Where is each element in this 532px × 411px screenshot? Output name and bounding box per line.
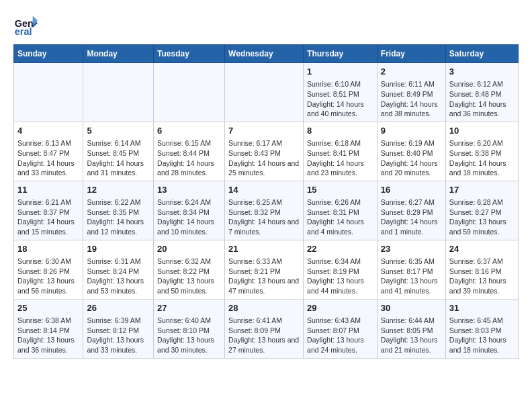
- logo-icon: Gen eral: [13, 13, 38, 38]
- calendar-cell: 5Sunrise: 6:14 AM Sunset: 8:45 PM Daylig…: [83, 122, 154, 181]
- calendar-cell: 7Sunrise: 6:17 AM Sunset: 8:43 PM Daylig…: [225, 122, 304, 181]
- day-number: 9: [381, 125, 442, 137]
- calendar-week-row: 11Sunrise: 6:21 AM Sunset: 8:37 PM Dayli…: [14, 181, 519, 240]
- day-number: 1: [307, 66, 373, 78]
- calendar-cell: 15Sunrise: 6:26 AM Sunset: 8:31 PM Dayli…: [304, 181, 378, 240]
- day-content: Sunrise: 6:37 AM Sunset: 8:16 PM Dayligh…: [449, 257, 515, 296]
- calendar-cell: 1Sunrise: 6:10 AM Sunset: 8:51 PM Daylig…: [304, 63, 378, 122]
- day-content: Sunrise: 6:10 AM Sunset: 8:51 PM Dayligh…: [307, 79, 373, 119]
- calendar-cell: 29Sunrise: 6:43 AM Sunset: 8:07 PM Dayli…: [304, 299, 378, 358]
- calendar-cell: 24Sunrise: 6:37 AM Sunset: 8:16 PM Dayli…: [445, 240, 518, 299]
- calendar-cell: 26Sunrise: 6:39 AM Sunset: 8:12 PM Dayli…: [83, 299, 154, 358]
- column-header-tuesday: Tuesday: [154, 45, 225, 63]
- day-content: Sunrise: 6:22 AM Sunset: 8:35 PM Dayligh…: [87, 197, 150, 237]
- calendar-cell: 22Sunrise: 6:34 AM Sunset: 8:19 PM Dayli…: [304, 240, 378, 299]
- day-content: Sunrise: 6:31 AM Sunset: 8:24 PM Dayligh…: [87, 257, 150, 296]
- day-content: Sunrise: 6:39 AM Sunset: 8:12 PM Dayligh…: [87, 316, 150, 355]
- day-number: 10: [449, 125, 515, 137]
- calendar-cell: 2Sunrise: 6:11 AM Sunset: 8:49 PM Daylig…: [377, 63, 445, 122]
- calendar-week-row: 25Sunrise: 6:38 AM Sunset: 8:14 PM Dayli…: [14, 299, 519, 358]
- day-content: Sunrise: 6:27 AM Sunset: 8:29 PM Dayligh…: [381, 197, 442, 237]
- day-number: 27: [157, 302, 221, 314]
- day-number: 29: [307, 302, 373, 314]
- day-number: 6: [157, 125, 221, 137]
- calendar-week-row: 1Sunrise: 6:10 AM Sunset: 8:51 PM Daylig…: [14, 63, 519, 122]
- day-content: Sunrise: 6:13 AM Sunset: 8:47 PM Dayligh…: [17, 138, 79, 178]
- calendar-cell: 27Sunrise: 6:40 AM Sunset: 8:10 PM Dayli…: [154, 299, 225, 358]
- column-header-monday: Monday: [83, 45, 154, 63]
- day-number: 21: [228, 243, 300, 255]
- day-content: Sunrise: 6:40 AM Sunset: 8:10 PM Dayligh…: [157, 316, 221, 355]
- calendar-cell: 9Sunrise: 6:19 AM Sunset: 8:40 PM Daylig…: [377, 122, 445, 181]
- day-content: Sunrise: 6:20 AM Sunset: 8:38 PM Dayligh…: [449, 138, 515, 178]
- day-number: 3: [449, 66, 515, 78]
- calendar-cell: 20Sunrise: 6:32 AM Sunset: 8:22 PM Dayli…: [154, 240, 225, 299]
- day-number: 8: [307, 125, 373, 137]
- calendar-cell: 19Sunrise: 6:31 AM Sunset: 8:24 PM Dayli…: [83, 240, 154, 299]
- column-header-friday: Friday: [377, 45, 445, 63]
- page-header: Gen eral: [13, 13, 519, 38]
- calendar-cell: 8Sunrise: 6:18 AM Sunset: 8:41 PM Daylig…: [304, 122, 378, 181]
- day-content: Sunrise: 6:15 AM Sunset: 8:44 PM Dayligh…: [157, 138, 221, 178]
- calendar-cell: 31Sunrise: 6:45 AM Sunset: 8:03 PM Dayli…: [445, 299, 518, 358]
- day-number: 20: [157, 243, 221, 255]
- calendar-cell: 4Sunrise: 6:13 AM Sunset: 8:47 PM Daylig…: [14, 122, 83, 181]
- calendar-table: SundayMondayTuesdayWednesdayThursdayFrid…: [13, 44, 519, 359]
- calendar-cell: 12Sunrise: 6:22 AM Sunset: 8:35 PM Dayli…: [83, 181, 154, 240]
- day-number: 30: [381, 302, 442, 314]
- day-number: 13: [157, 184, 221, 196]
- day-content: Sunrise: 6:44 AM Sunset: 8:05 PM Dayligh…: [381, 316, 442, 355]
- day-content: Sunrise: 6:12 AM Sunset: 8:48 PM Dayligh…: [449, 79, 515, 119]
- day-content: Sunrise: 6:45 AM Sunset: 8:03 PM Dayligh…: [449, 316, 515, 355]
- day-number: 31: [449, 302, 515, 314]
- day-content: Sunrise: 6:35 AM Sunset: 8:17 PM Dayligh…: [381, 257, 442, 296]
- calendar-cell: 6Sunrise: 6:15 AM Sunset: 8:44 PM Daylig…: [154, 122, 225, 181]
- day-number: 19: [87, 243, 150, 255]
- column-header-sunday: Sunday: [14, 45, 83, 63]
- day-number: 2: [381, 66, 442, 78]
- column-header-saturday: Saturday: [445, 45, 518, 63]
- day-number: 24: [449, 243, 515, 255]
- day-number: 12: [87, 184, 150, 196]
- calendar-cell: 25Sunrise: 6:38 AM Sunset: 8:14 PM Dayli…: [14, 299, 83, 358]
- day-content: Sunrise: 6:38 AM Sunset: 8:14 PM Dayligh…: [17, 316, 79, 355]
- day-number: 25: [17, 302, 79, 314]
- calendar-week-row: 18Sunrise: 6:30 AM Sunset: 8:26 PM Dayli…: [14, 240, 519, 299]
- calendar-header-row: SundayMondayTuesdayWednesdayThursdayFrid…: [14, 45, 519, 63]
- day-number: 23: [381, 243, 442, 255]
- calendar-cell: 17Sunrise: 6:28 AM Sunset: 8:27 PM Dayli…: [445, 181, 518, 240]
- day-content: Sunrise: 6:11 AM Sunset: 8:49 PM Dayligh…: [381, 79, 442, 119]
- calendar-cell: 23Sunrise: 6:35 AM Sunset: 8:17 PM Dayli…: [377, 240, 445, 299]
- calendar-cell: 16Sunrise: 6:27 AM Sunset: 8:29 PM Dayli…: [377, 181, 445, 240]
- day-content: Sunrise: 6:41 AM Sunset: 8:09 PM Dayligh…: [228, 316, 300, 355]
- logo: Gen eral: [13, 13, 40, 38]
- day-content: Sunrise: 6:14 AM Sunset: 8:45 PM Dayligh…: [87, 138, 150, 178]
- day-content: Sunrise: 6:34 AM Sunset: 8:19 PM Dayligh…: [307, 257, 373, 296]
- calendar-cell: [83, 63, 154, 122]
- day-number: 7: [228, 125, 300, 137]
- day-number: 14: [228, 184, 300, 196]
- calendar-cell: [225, 63, 304, 122]
- day-number: 15: [307, 184, 373, 196]
- calendar-cell: 13Sunrise: 6:24 AM Sunset: 8:34 PM Dayli…: [154, 181, 225, 240]
- day-content: Sunrise: 6:26 AM Sunset: 8:31 PM Dayligh…: [307, 197, 373, 237]
- calendar-week-row: 4Sunrise: 6:13 AM Sunset: 8:47 PM Daylig…: [14, 122, 519, 181]
- day-content: Sunrise: 6:30 AM Sunset: 8:26 PM Dayligh…: [17, 257, 79, 296]
- day-content: Sunrise: 6:19 AM Sunset: 8:40 PM Dayligh…: [381, 138, 442, 178]
- day-content: Sunrise: 6:17 AM Sunset: 8:43 PM Dayligh…: [228, 138, 300, 178]
- day-number: 26: [87, 302, 150, 314]
- calendar-cell: 14Sunrise: 6:25 AM Sunset: 8:32 PM Dayli…: [225, 181, 304, 240]
- calendar-cell: 10Sunrise: 6:20 AM Sunset: 8:38 PM Dayli…: [445, 122, 518, 181]
- day-number: 11: [17, 184, 79, 196]
- calendar-cell: [14, 63, 83, 122]
- day-content: Sunrise: 6:33 AM Sunset: 8:21 PM Dayligh…: [228, 257, 300, 296]
- day-number: 4: [17, 125, 79, 137]
- day-number: 5: [87, 125, 150, 137]
- column-header-wednesday: Wednesday: [225, 45, 304, 63]
- day-content: Sunrise: 6:25 AM Sunset: 8:32 PM Dayligh…: [228, 197, 300, 237]
- calendar-cell: 21Sunrise: 6:33 AM Sunset: 8:21 PM Dayli…: [225, 240, 304, 299]
- day-content: Sunrise: 6:24 AM Sunset: 8:34 PM Dayligh…: [157, 197, 221, 237]
- day-number: 17: [449, 184, 515, 196]
- svg-text:eral: eral: [15, 26, 32, 37]
- calendar-cell: 11Sunrise: 6:21 AM Sunset: 8:37 PM Dayli…: [14, 181, 83, 240]
